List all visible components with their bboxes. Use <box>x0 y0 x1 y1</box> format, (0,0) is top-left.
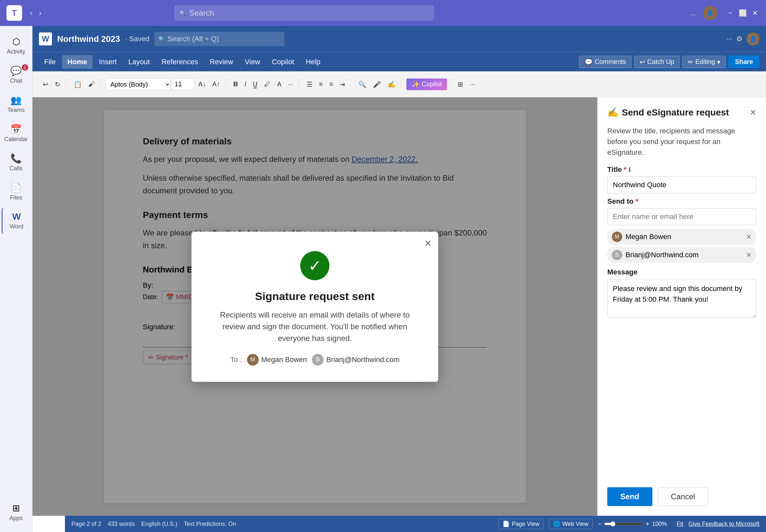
send-button[interactable]: Send <box>607 487 652 506</box>
forward-button[interactable]: › <box>36 7 44 19</box>
language-indicator: English (U.S.) <box>141 521 177 527</box>
zoom-slider[interactable] <box>604 521 643 526</box>
zoom-in-button[interactable]: + <box>646 520 650 528</box>
comments-icon: 💬 <box>585 58 593 66</box>
styles-group: 🔍 🎤 ✍ <box>353 79 401 90</box>
sidebar-item-calendar[interactable]: 📅 Calendar <box>2 120 31 147</box>
user-avatar[interactable]: 👤 <box>703 6 717 20</box>
menu-home[interactable]: Home <box>62 55 92 69</box>
redo-button[interactable]: ↻ <box>52 79 63 90</box>
sidebar-item-activity[interactable]: ⬡ Activity <box>2 32 31 59</box>
menu-copilot[interactable]: Copilot <box>267 55 299 69</box>
editor-button[interactable]: ✍ <box>385 79 398 90</box>
back-button[interactable]: ‹ <box>27 7 35 19</box>
menu-layout[interactable]: Layout <box>123 55 155 69</box>
font-size-decrease-button[interactable]: A↓ <box>196 79 208 90</box>
paste-button[interactable]: 📋 <box>71 79 84 90</box>
document-area[interactable]: Delivery of materials As per your propos… <box>32 97 597 516</box>
word-more-button[interactable]: ··· <box>726 35 732 43</box>
editing-button[interactable]: ✏ Editing ▾ <box>682 56 726 68</box>
find-button[interactable]: 🔍 <box>356 79 369 90</box>
menu-references[interactable]: References <box>156 55 203 69</box>
fit-button[interactable]: Fit <box>677 521 683 527</box>
feedback-button[interactable]: Give Feedback to Microsoft <box>688 521 760 527</box>
message-textarea[interactable]: Please review and sign this document by … <box>607 279 756 318</box>
font-size-increase-button[interactable]: A↑ <box>210 79 222 90</box>
chat-badge: 1 <box>22 64 28 71</box>
bullets-button[interactable]: ☰ <box>304 79 315 90</box>
menu-review[interactable]: Review <box>204 55 238 69</box>
menu-insert[interactable]: Insert <box>94 55 122 69</box>
more-options-button[interactable]: ... <box>688 7 698 19</box>
italic-button[interactable]: I <box>242 79 249 90</box>
remove-brianj-button[interactable]: ✕ <box>746 251 752 259</box>
sidebar-label-calendar: Calendar <box>4 136 28 143</box>
undo-button[interactable]: ↩ <box>40 79 51 90</box>
cancel-button[interactable]: Cancel <box>658 487 709 506</box>
global-search-bar[interactable]: 🔍 <box>174 5 434 21</box>
send-to-field-label: Send to * <box>607 197 756 206</box>
copilot-button[interactable]: ✨ Copilot <box>407 79 447 90</box>
view-options-button[interactable]: ⊞ <box>455 79 466 90</box>
menu-help[interactable]: Help <box>300 55 325 69</box>
status-right: 📄 Page View 🌐 Web View − + 100% Fit Give… <box>498 519 760 529</box>
underline-button[interactable]: U̲ <box>250 79 260 90</box>
bold-button[interactable]: B <box>231 79 240 90</box>
word-user-avatar[interactable]: 👤 <box>747 32 760 45</box>
title-required-indicator: * <box>624 165 627 174</box>
align-button[interactable]: ≡ <box>326 79 335 90</box>
restore-button[interactable]: ⬜ <box>738 8 747 18</box>
page-view-icon: 📄 <box>503 520 510 527</box>
menu-file[interactable]: File <box>39 55 61 69</box>
sidebar-label-calls: Calls <box>9 165 22 172</box>
indent-button[interactable]: ⇥ <box>337 79 347 90</box>
sidebar-item-more[interactable]: ⊞ Apps <box>2 499 31 526</box>
global-search-input[interactable] <box>189 8 429 18</box>
numbering-button[interactable]: ≡ <box>316 79 325 90</box>
zoom-out-button[interactable]: − <box>598 520 602 528</box>
title-bar-left: T ‹ › <box>6 5 44 21</box>
nav-arrows: ‹ › <box>27 7 44 19</box>
word-app-icon: W <box>39 32 52 45</box>
catchup-button[interactable]: ↩ Catch Up <box>634 56 680 68</box>
font-family-selector[interactable]: Aptos (Body) <box>105 78 170 91</box>
success-circle: ✓ <box>300 251 329 280</box>
font-color-button[interactable]: A <box>274 79 284 90</box>
dictate-button[interactable]: 🎤 <box>370 79 384 90</box>
panel-title-text: Send eSignature request <box>622 107 729 118</box>
font-size-input[interactable] <box>172 78 194 90</box>
close-button[interactable]: ✕ <box>750 8 760 18</box>
panel-close-button[interactable]: ✕ <box>750 108 756 117</box>
page-view-button[interactable]: 📄 Page View <box>498 519 544 529</box>
sidebar-item-files[interactable]: 📄 Files <box>2 178 31 205</box>
dialog-close-button[interactable]: ✕ <box>424 238 432 249</box>
format-painter-button[interactable]: 🖌 <box>86 79 97 90</box>
status-bar: Page 2 of 2 433 words English (U.S.) Tex… <box>65 516 766 532</box>
document-saved-status: · Saved <box>125 35 150 43</box>
share-button[interactable]: Share <box>728 55 760 68</box>
word-settings-button[interactable]: ⚙ <box>736 35 743 43</box>
title-input[interactable] <box>607 176 756 193</box>
menu-view[interactable]: View <box>239 55 265 69</box>
word-search-input[interactable] <box>167 35 280 43</box>
word-search-bar[interactable]: 🔍 <box>154 32 284 46</box>
recipient-search-input[interactable] <box>607 208 756 225</box>
message-label-text: Message <box>607 268 638 276</box>
sidebar-item-word[interactable]: W Word <box>2 208 31 234</box>
minimize-button[interactable]: − <box>726 8 735 18</box>
highlight-button[interactable]: 🖊 <box>261 79 273 90</box>
sidebar-item-teams[interactable]: 👥 Teams <box>2 91 31 117</box>
sidebar-label-chat: Chat <box>10 78 22 84</box>
more-formatting-button[interactable]: ··· <box>285 79 296 90</box>
menu-right-actions: 💬 Comments ↩ Catch Up ✏ Editing ▾ Share <box>579 55 760 68</box>
dialog-recipient-2: B Brianj@Northwind.com <box>312 354 399 366</box>
comments-button[interactable]: 💬 Comments <box>579 56 632 68</box>
remove-megan-button[interactable]: ✕ <box>746 233 752 241</box>
ribbon-toolbar: ↩ ↻ 📋 🖌 Aptos (Body) A↓ A↑ B I U̲ 🖊 A ··… <box>32 71 766 97</box>
sidebar-item-chat[interactable]: 💬 Chat 1 <box>2 62 31 88</box>
text-predictions: Text Predictions: On <box>184 521 236 527</box>
word-icon: W <box>12 212 21 222</box>
sidebar-item-calls[interactable]: 📞 Calls <box>2 149 31 176</box>
web-view-button[interactable]: 🌐 Web View <box>549 519 592 529</box>
more-toolbar-button[interactable]: ··· <box>467 79 478 90</box>
